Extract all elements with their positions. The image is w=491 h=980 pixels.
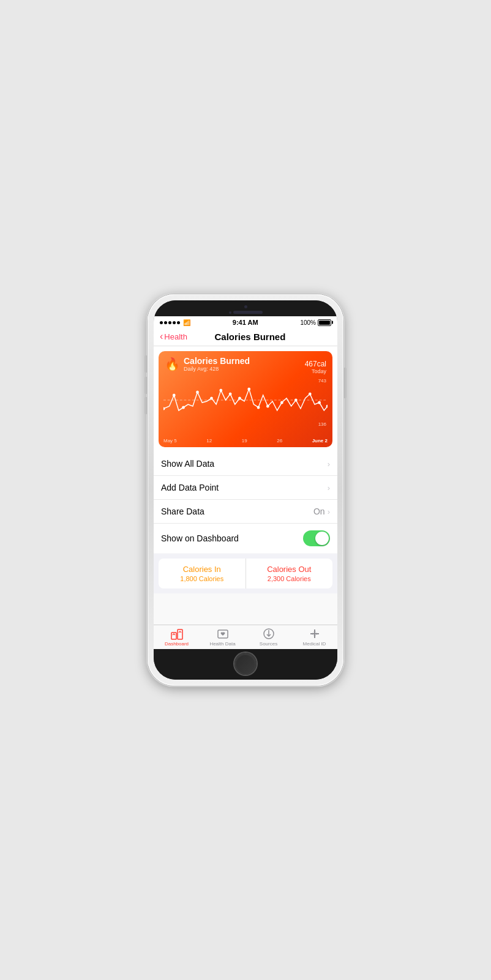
tab-health-data[interactable]: Health Data xyxy=(200,628,246,647)
chart-value: 467cal xyxy=(305,356,326,368)
chart-svg xyxy=(163,377,328,426)
svg-point-9 xyxy=(247,388,250,391)
svg-point-7 xyxy=(229,393,232,396)
medical-id-icon xyxy=(309,628,321,640)
share-data-label: Share Data xyxy=(161,507,204,516)
speaker-grille xyxy=(229,311,263,314)
tab-dashboard[interactable]: Dashboard xyxy=(154,628,200,647)
chart-subtitle: Daily Avg: 428 xyxy=(184,366,250,372)
list-section: Show All Data › Add Data Point › Share D… xyxy=(154,452,337,625)
show-on-dashboard-item[interactable]: Show on Dashboard xyxy=(154,524,337,553)
add-data-point-right: › xyxy=(328,483,330,492)
signal-dot-1 xyxy=(160,321,163,324)
add-data-point-label: Add Data Point xyxy=(161,483,219,492)
show-all-data-right: › xyxy=(328,459,330,469)
chart-date-4: 26 xyxy=(277,438,282,444)
tab-sources-label: Sources xyxy=(260,641,277,647)
back-chevron-icon: ‹ xyxy=(160,331,163,342)
calories-out-item[interactable]: Calories Out 2,300 Calories xyxy=(246,559,333,588)
sources-icon xyxy=(263,628,275,640)
calories-out-value: 2,300 Calories xyxy=(253,575,326,582)
dashboard-icon xyxy=(171,628,183,640)
chart-period: Today xyxy=(305,368,326,374)
share-data-right: On › xyxy=(313,507,330,516)
battery-icon xyxy=(318,319,331,326)
mic-dot xyxy=(229,311,231,314)
show-on-dashboard-toggle[interactable] xyxy=(303,530,330,546)
svg-point-13 xyxy=(294,399,298,402)
svg-point-4 xyxy=(196,391,199,394)
share-data-value: On xyxy=(313,507,325,516)
battery-percent: 100% xyxy=(300,319,316,326)
list-group-main: Show All Data › Add Data Point › Share D… xyxy=(154,452,337,553)
flame-icon: 🔥 xyxy=(165,357,180,371)
chart-value-group: 467cal Today xyxy=(305,356,326,374)
tab-health-data-label: Health Data xyxy=(209,641,235,647)
svg-point-10 xyxy=(257,406,260,409)
related-section: Calories In 1,800 Calories Calories Out … xyxy=(154,554,337,593)
tab-sources[interactable]: Sources xyxy=(246,628,291,647)
chart-min-label: 136 xyxy=(318,421,326,427)
status-bar: 📶 9:41 AM 100% xyxy=(154,316,337,327)
chart-max-label: 743 xyxy=(318,378,326,384)
svg-point-15 xyxy=(318,401,321,404)
add-data-point-chevron: › xyxy=(328,483,330,492)
calories-in-item[interactable]: Calories In 1,800 Calories xyxy=(159,559,246,588)
nav-header: ‹ Health Calories Burned xyxy=(154,327,337,346)
page-title: Calories Burned xyxy=(187,332,313,342)
show-on-dashboard-label: Show on Dashboard xyxy=(161,533,239,543)
chart-card: 🔥 Calories Burned Daily Avg: 428 467cal … xyxy=(159,351,332,447)
chart-title-text: Calories Burned Daily Avg: 428 xyxy=(184,356,250,372)
svg-point-1 xyxy=(163,407,165,410)
chart-unit: cal xyxy=(317,360,326,368)
tab-bar: Dashboard Health Data Sources xyxy=(154,625,337,649)
show-all-data-label: Show All Data xyxy=(161,459,214,469)
chart-date-2: 12 xyxy=(206,438,212,444)
chart-date-3: 19 xyxy=(242,438,247,444)
show-all-data-chevron: › xyxy=(328,459,330,469)
camera-dot xyxy=(244,305,247,308)
chart-main-title: Calories Burned xyxy=(184,356,250,366)
svg-point-14 xyxy=(309,393,312,396)
home-button[interactable] xyxy=(234,653,257,675)
calories-in-value: 1,800 Calories xyxy=(166,575,238,582)
share-data-chevron: › xyxy=(328,507,330,516)
calories-in-title: Calories In xyxy=(166,565,238,574)
chart-area: 743 xyxy=(159,377,332,438)
health-data-icon xyxy=(217,628,229,640)
status-left: 📶 xyxy=(160,319,190,326)
status-right: 100% xyxy=(300,319,331,326)
svg-point-11 xyxy=(266,405,269,408)
back-button[interactable]: ‹ Health xyxy=(160,331,187,342)
svg-point-2 xyxy=(173,394,176,397)
related-card: Calories In 1,800 Calories Calories Out … xyxy=(159,559,332,588)
tab-dashboard-label: Dashboard xyxy=(165,641,189,647)
chart-value-number: 467 xyxy=(305,360,317,368)
toggle-knob xyxy=(315,532,329,545)
add-data-point-item[interactable]: Add Data Point › xyxy=(154,476,337,500)
svg-point-5 xyxy=(210,397,213,400)
tab-medical-id[interactable]: Medical ID xyxy=(291,628,337,647)
signal-dots xyxy=(160,321,180,324)
show-all-data-item[interactable]: Show All Data › xyxy=(154,452,337,476)
phone-top-area xyxy=(154,300,337,316)
share-data-item[interactable]: Share Data On › xyxy=(154,500,337,524)
screen: 📶 9:41 AM 100% ‹ Health Calories Burned xyxy=(154,316,337,649)
calories-out-title: Calories Out xyxy=(253,565,326,574)
show-on-dashboard-right xyxy=(303,530,330,546)
wifi-icon: 📶 xyxy=(183,319,190,326)
signal-dot-4 xyxy=(173,321,176,324)
chart-dates: May 5 12 19 26 June 2 xyxy=(159,438,332,447)
signal-dot-3 xyxy=(168,321,171,324)
chart-date-1: May 5 xyxy=(163,438,177,444)
svg-point-3 xyxy=(182,406,185,409)
signal-dot-2 xyxy=(164,321,167,324)
speaker-bar xyxy=(233,311,263,314)
svg-point-6 xyxy=(219,389,222,392)
svg-point-12 xyxy=(280,401,283,404)
status-time: 9:41 AM xyxy=(233,319,258,326)
phone-bottom xyxy=(154,649,337,680)
chart-header: 🔥 Calories Burned Daily Avg: 428 467cal … xyxy=(159,351,332,377)
chart-title-group: 🔥 Calories Burned Daily Avg: 428 xyxy=(165,356,250,372)
battery-fill xyxy=(319,321,330,325)
